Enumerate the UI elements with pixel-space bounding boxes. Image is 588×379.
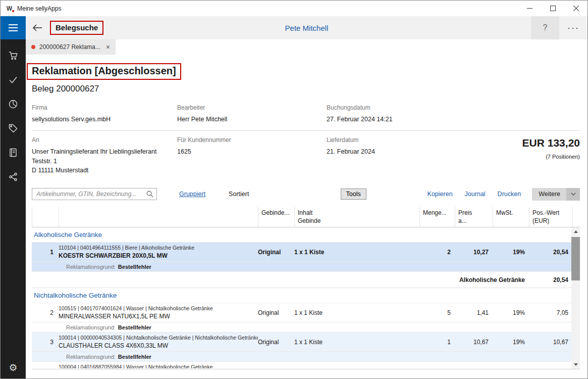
journal-link[interactable]: Journal xyxy=(465,191,486,198)
article-meta: 100014 | 00000040534305 | Nichtalkoholis… xyxy=(59,335,258,341)
poswert-cell: 7,05 xyxy=(529,303,571,322)
more-options-icon[interactable]: ··· xyxy=(559,16,587,39)
gruppiert-toggle[interactable]: Gruppiert xyxy=(179,191,205,198)
menge-cell: 5 xyxy=(419,303,455,322)
sortiert-toggle[interactable]: Sortiert xyxy=(229,191,249,198)
tab-status-dot xyxy=(31,45,35,49)
table-row-partial[interactable]: 100004 | 04016887055984 | Wasser | Nicht… xyxy=(32,362,571,368)
mwst-cell: 19% xyxy=(493,243,529,261)
gebinde-cell: Original xyxy=(258,243,294,261)
pie-chart-icon[interactable] xyxy=(8,99,18,109)
document-fields: Firma sellysolutions Serv.ges.mbH Bearbe… xyxy=(32,104,580,182)
scroll-up-icon[interactable] xyxy=(571,227,580,236)
tab-close-icon[interactable]: × xyxy=(106,43,110,51)
inhalt-cell: 1 x 1 Kiste xyxy=(294,303,419,322)
poswert-cell: 10,67 xyxy=(529,333,571,351)
close-icon[interactable] xyxy=(564,1,587,16)
mwst-cell: 19% xyxy=(493,303,529,322)
document-number: Beleg 200000627 xyxy=(32,84,580,94)
table-row[interactable]: 2 100515 | 04017074001624 | Wasser | Nic… xyxy=(32,303,571,333)
table-row[interactable]: 3 100014 | 00000040534305 | Nichtalkohol… xyxy=(32,333,571,362)
lieferdatum-value: 21. Februar 2024 xyxy=(327,147,493,157)
book-icon[interactable] xyxy=(8,148,18,158)
cart-icon[interactable] xyxy=(8,51,18,61)
inhalt-cell: 1 x 1 Kiste xyxy=(294,243,419,261)
row-number: 3 xyxy=(32,333,59,351)
article-meta: 110104 | 04014964111555 | Biere | Alkoho… xyxy=(59,245,258,251)
an-label: An xyxy=(32,136,177,144)
window-title: Meine sellyApps xyxy=(17,5,61,12)
share-icon[interactable] xyxy=(8,172,18,182)
tools-button[interactable]: Tools xyxy=(341,188,366,200)
chevron-down-icon xyxy=(566,188,580,201)
titlebar: W Meine sellyApps xyxy=(1,1,587,16)
document-tab[interactable]: 200000627 Reklama... × xyxy=(26,39,116,55)
drucken-link[interactable]: Drucken xyxy=(498,191,521,198)
app-header: Belegsuche Pete Mitchell ? ··· xyxy=(26,16,587,39)
preis-cell: 1,41 xyxy=(455,303,493,322)
reklamationsgrund-row: Reklamationsgrund: Bestellfehler xyxy=(32,352,571,362)
group-header-alkoholisch: Alkoholische Getränke xyxy=(32,227,571,243)
menge-cell: 1 xyxy=(419,333,455,351)
maximize-icon[interactable] xyxy=(541,1,564,16)
inhalt-cell: 1 x 1 Kiste xyxy=(294,333,419,351)
article-meta: 100515 | 04017074001624 | Wasser | Nicht… xyxy=(59,305,258,311)
user-name[interactable]: Pete Mitchell xyxy=(285,24,329,32)
firma-value: sellysolutions Serv.ges.mbH xyxy=(32,115,177,124)
weitere-dropdown-button[interactable]: Weitere xyxy=(532,188,580,201)
an-address-line2: Teststr. 1 xyxy=(32,157,177,166)
window-controls xyxy=(518,1,587,16)
weitere-label: Weitere xyxy=(532,191,566,198)
annotation-box-belegsuche: Belegsuche xyxy=(50,21,103,35)
kopieren-link[interactable]: Kopieren xyxy=(427,191,453,198)
mwst-cell: 19% xyxy=(493,333,529,351)
menge-cell: 2 xyxy=(419,243,455,261)
reklamationsgrund-row: Reklamationsgrund: Bestellfehler xyxy=(32,322,571,333)
article-meta: 100004 | 04016887055984 | Wasser | Nicht… xyxy=(59,364,571,368)
hamburger-menu-icon[interactable] xyxy=(1,16,26,39)
bearbeiter-label: Bearbeiter xyxy=(177,104,327,111)
col-header-inhalt[interactable]: InhaltGebinde xyxy=(295,207,420,227)
bearbeiter-value: Herr Pete Mitchell xyxy=(177,115,327,124)
search-field-wrap xyxy=(32,188,157,200)
annotation-box-reklamation: Reklamation [Abgeschlossen] xyxy=(27,63,181,80)
table-row[interactable]: 1 110104 | 04014964111555 | Biere | Alko… xyxy=(32,243,571,272)
row-number: 2 xyxy=(32,303,59,322)
search-input[interactable] xyxy=(32,188,157,200)
tab-label: 200000627 Reklama... xyxy=(39,43,100,51)
help-icon[interactable]: ? xyxy=(531,16,559,39)
positions-toolbar: Gruppiert Sortiert Tools Kopieren Journa… xyxy=(32,187,580,201)
preis-cell: 10,27 xyxy=(455,243,493,261)
back-arrow-icon[interactable] xyxy=(26,24,49,32)
buchungsdatum-label: Buchungsdatum xyxy=(327,104,493,111)
poswert-cell: 20,54 xyxy=(529,243,571,261)
lieferdatum-label: Lieferdatum xyxy=(327,136,493,144)
document-title: Reklamation [Abgeschlossen] xyxy=(32,65,176,76)
gear-icon[interactable]: ⚙ xyxy=(9,363,17,372)
col-header-menge[interactable]: Menge... xyxy=(420,207,455,227)
check-icon[interactable] xyxy=(8,75,18,85)
col-header-article[interactable] xyxy=(59,207,258,227)
subtotal-label: Alkoholische Getränke xyxy=(32,272,529,288)
table-header-row: Gebinde... InhaltGebinde Menge... Preisa… xyxy=(32,207,580,227)
article-name: CLAUSTHALER CLASS 4X6X0,33L MW xyxy=(59,342,258,349)
col-header-gebinde[interactable]: Gebinde... xyxy=(258,207,295,227)
search-icon[interactable] xyxy=(146,191,153,200)
tab-strip: 200000627 Reklama... × xyxy=(26,39,587,55)
firma-label: Firma xyxy=(32,104,177,111)
an-address-line1: Unser Trainingslieferant Ihr Lieblingsli… xyxy=(32,147,177,157)
minimize-icon[interactable] xyxy=(518,1,541,16)
app-logo-icon: W xyxy=(5,4,14,13)
article-name: MINERALWASSER NATU6X1,5L PE MW xyxy=(59,313,258,320)
vertical-scrollbar[interactable] xyxy=(571,227,580,369)
col-header-preis[interactable]: Preisa... xyxy=(455,207,493,227)
positions-table: Gebinde... InhaltGebinde Menge... Preisa… xyxy=(32,207,580,369)
page-title[interactable]: Belegsuche xyxy=(56,23,98,32)
scroll-down-icon[interactable] xyxy=(571,360,580,369)
scrollbar-thumb[interactable] xyxy=(571,237,580,280)
col-header-mwst[interactable]: MwSt. xyxy=(493,207,529,227)
kundennummer-label: Für Kundennummer xyxy=(177,136,327,144)
col-header-num[interactable] xyxy=(32,207,59,227)
tag-icon[interactable] xyxy=(8,123,18,133)
col-header-poswert[interactable]: Pos.-Wert(EUR) xyxy=(529,207,573,227)
